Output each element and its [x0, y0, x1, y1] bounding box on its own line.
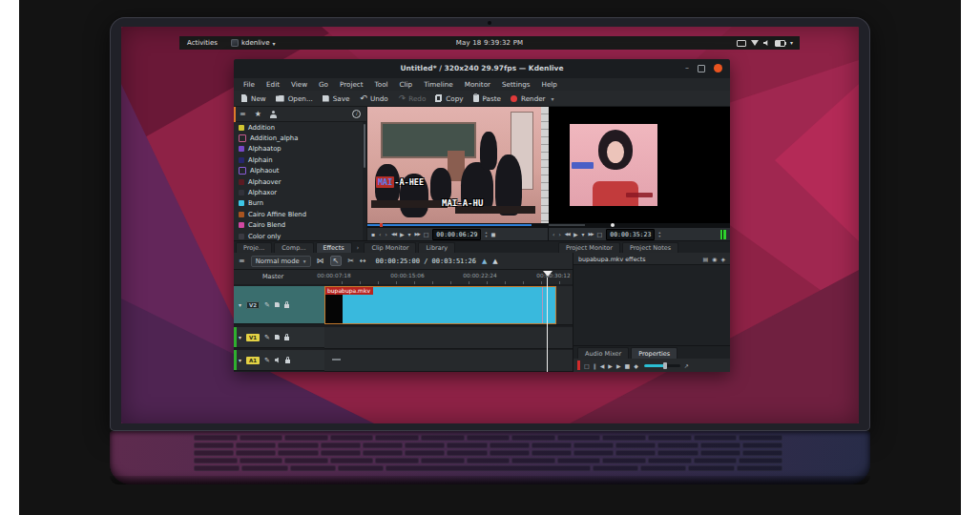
tab-clip-monitor[interactable]: Clip Monitor	[364, 242, 416, 254]
new-button[interactable]: New	[241, 94, 266, 103]
lock-icon[interactable]	[284, 304, 289, 308]
eye-icon[interactable]: ◉	[712, 256, 717, 262]
effect-item-alphaover[interactable]: Alphaover	[234, 176, 364, 187]
copy-button[interactable]: Copy	[435, 94, 463, 103]
effect-item-burn[interactable]: Burn	[234, 198, 364, 209]
play-icon[interactable]: ▶	[573, 231, 578, 237]
open-button[interactable]: Open...	[276, 94, 313, 103]
tab-project-monitor[interactable]: Project Monitor	[558, 242, 620, 254]
edit-icon[interactable]: ✎	[264, 334, 270, 341]
menu-go[interactable]: Go	[319, 80, 328, 89]
tab-proje[interactable]: Proje...	[236, 242, 272, 254]
timecode-spinner[interactable]: ▴▾	[485, 231, 487, 237]
effect-stack-body[interactable]	[573, 265, 730, 345]
grid-icon[interactable]: □	[584, 362, 590, 369]
save-icon[interactable]	[275, 302, 280, 307]
caret-icon[interactable]: ▾	[582, 231, 585, 237]
pin-icon[interactable]: ◈	[720, 256, 725, 262]
menu-settings[interactable]: Settings	[502, 80, 530, 89]
effect-item-alphaxor[interactable]: Alphaxor	[234, 187, 364, 197]
menu-project[interactable]: Project	[340, 80, 364, 89]
project-monitor-timecode[interactable]: 00:00:35:23	[606, 229, 655, 240]
lock-icon[interactable]	[284, 337, 289, 340]
save-button[interactable]: Save	[323, 94, 350, 103]
track-content-v2[interactable]: bupabupa.mkv	[324, 286, 573, 325]
rewind-icon[interactable]: ◀◀	[391, 231, 396, 237]
effect-item-cairo-blend[interactable]: Cairo Blend	[234, 220, 364, 231]
menu-clip[interactable]: Clip	[400, 80, 413, 89]
edit-icon[interactable]: ✎	[264, 301, 270, 309]
track-tag-v1[interactable]: V1	[246, 334, 260, 341]
collapse-icon[interactable]: ▾	[239, 357, 241, 363]
undo-button[interactable]: Undo	[359, 93, 387, 103]
edit-icon[interactable]: ✎	[264, 357, 270, 364]
effect-item-alphain[interactable]: Alphain	[234, 154, 364, 165]
clock[interactable]: May 18 9:39:32 PM	[456, 39, 524, 47]
tab-library[interactable]: Library	[418, 242, 455, 254]
forward-icon[interactable]: ▶▶	[415, 231, 420, 237]
zone-marker[interactable]	[380, 223, 383, 227]
zone-end-icon[interactable]: ›	[385, 231, 386, 237]
redo-button[interactable]: Redo	[398, 93, 427, 103]
effects-all-icon[interactable]: ≡	[240, 111, 246, 118]
zone-start-icon[interactable]: ‹	[379, 231, 381, 237]
zone-start-icon[interactable]: ‹	[553, 231, 554, 237]
master-label[interactable]: Master	[262, 273, 283, 280]
tab-audio-mixer[interactable]: Audio Mixer	[577, 347, 629, 359]
grid-icon[interactable]: □	[597, 231, 603, 237]
effects-custom-icon[interactable]	[270, 111, 277, 118]
effect-item-cairo-affine-blend[interactable]: Cairo Affine Blend	[234, 209, 364, 219]
menu-help[interactable]: Help	[542, 80, 557, 89]
record-icon[interactable]: ■	[625, 362, 631, 369]
zoom-timeline-fit-icon[interactable]: ▲	[492, 258, 497, 265]
effect-item-addition-alpha[interactable]: Addition_alpha	[234, 133, 364, 143]
effect-item-color-only[interactable]: Color only	[234, 231, 364, 240]
spacer-tool-icon[interactable]: ↔	[360, 257, 366, 265]
track-content-v1[interactable]	[324, 327, 573, 349]
speaker-icon[interactable]	[275, 358, 281, 363]
menu-view[interactable]: View	[291, 80, 307, 89]
effects-scrollbar[interactable]	[363, 122, 366, 240]
monitor-config-icon[interactable]: ◼	[490, 231, 495, 237]
menu-edit[interactable]: Edit	[266, 80, 280, 89]
rewind-icon[interactable]: ◀◀	[565, 231, 570, 237]
focused-app-menu[interactable]: kdenlive ▾	[231, 39, 276, 47]
forward-icon[interactable]: ▶▶	[589, 231, 594, 237]
track-header-a1[interactable]: ▾ A1 ✎	[234, 350, 324, 371]
tab-comp[interactable]: Comp...	[274, 242, 313, 254]
window-titlebar[interactable]: Untitled* / 320x240 29.97fps — Kdenlive …	[234, 59, 730, 78]
skip-forward-icon[interactable]: ▶	[616, 362, 621, 369]
maximize-button[interactable]	[698, 65, 705, 72]
collapse-icon[interactable]: ▾	[239, 334, 241, 340]
menu-tool[interactable]: Tool	[375, 80, 388, 89]
info-toggle-icon[interactable]: i	[352, 110, 361, 118]
effect-item-alphaatop[interactable]: Alphaatop	[234, 144, 364, 154]
grid-icon[interactable]: □	[424, 231, 429, 237]
skip-back-icon[interactable]: ◀	[600, 362, 605, 369]
playhead-marker[interactable]	[611, 223, 615, 227]
tab-properties[interactable]: Properties	[631, 347, 678, 359]
timecode-spinner[interactable]: ▴▾	[658, 231, 660, 237]
clip-monitor-timecode[interactable]: 00:00:06:29	[432, 229, 481, 240]
slider-handle[interactable]	[663, 362, 667, 369]
effects-menu-icon[interactable]: ▤	[702, 256, 708, 262]
tab-overflow-icon[interactable]: ›	[354, 244, 363, 252]
razor-tool-icon[interactable]: ✂	[347, 257, 354, 265]
play-icon[interactable]: ▶	[400, 231, 405, 237]
playhead-handle[interactable]	[543, 271, 553, 277]
menu-icon[interactable]: ▪	[371, 231, 375, 237]
minimize-button[interactable]: –	[685, 64, 689, 72]
activities-button[interactable]: Activities	[179, 39, 225, 47]
system-tray[interactable]: ▾	[737, 40, 800, 47]
close-button[interactable]	[714, 64, 722, 72]
timeline-menu-icon[interactable]: ≡	[239, 257, 245, 265]
caret-icon[interactable]: ▾	[408, 231, 411, 237]
project-monitor-video[interactable]	[549, 107, 730, 223]
menu-monitor[interactable]: Monitor	[465, 80, 490, 89]
track-tag-a1[interactable]: A1	[246, 357, 260, 364]
track-header-v1[interactable]: ▾ V1 ✎	[234, 327, 324, 348]
pause-icon[interactable]: ‖	[594, 362, 596, 369]
paste-button[interactable]: Paste	[473, 94, 501, 103]
collapse-icon[interactable]: ▾	[239, 301, 241, 308]
edit-mode-select[interactable]: Normal mode▾	[251, 256, 311, 267]
